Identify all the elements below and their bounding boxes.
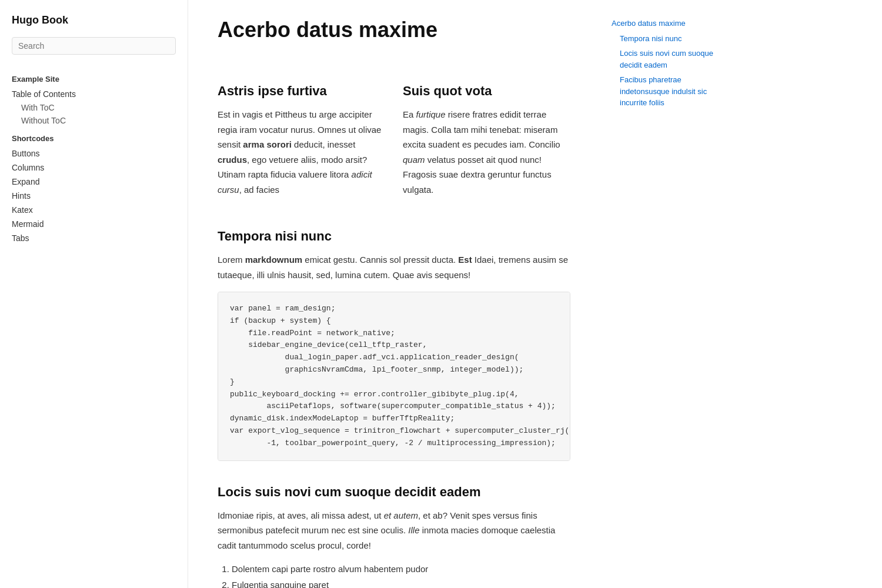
sidebar-item-expand[interactable]: Expand: [12, 175, 176, 189]
bold-est: Est: [458, 255, 472, 265]
page-title: Acerbo datus maxime: [218, 18, 570, 42]
heading-suis: Suis quot vota: [403, 78, 570, 99]
body-suis: Ea furtique risere fratres edidit terrae…: [403, 107, 570, 197]
sidebar-item-without-toc[interactable]: Without ToC: [12, 114, 176, 127]
toc-item-acerbo: Acerbo datus maxime Tempora nisi nunc Lo…: [612, 18, 729, 109]
bold-markdownum: markdownum: [245, 255, 303, 265]
sidebar-item-tabs[interactable]: Tabs: [12, 231, 176, 245]
sidebar-item-mermaid[interactable]: Mermaid: [12, 217, 176, 231]
sidebar-section-label-example: Example Site: [12, 75, 176, 83]
locis-list: Dolentem capi parte rostro alvum habente…: [232, 561, 570, 588]
bold-arma: arma sorori: [243, 139, 292, 149]
sidebar-item-buttons[interactable]: Buttons: [12, 146, 176, 161]
body-locis: Idmoniae ripis, at aves, ali missa adest…: [218, 508, 570, 553]
sidebar: Hugo Book Example Site Table of Contents…: [0, 0, 188, 588]
toc-sub-items: Tempora nisi nunc Locis suis novi cum su…: [612, 33, 729, 109]
sidebar-item-hints[interactable]: Hints: [12, 189, 176, 203]
toc-sidebar: Acerbo datus maxime Tempora nisi nunc Lo…: [600, 0, 741, 588]
toc-link-acerbo[interactable]: Acerbo datus maxime: [612, 18, 729, 29]
search-input[interactable]: [12, 37, 176, 55]
intro-col-1: Astris ipse furtiva Est in vagis et Pitt…: [218, 60, 385, 205]
toc-link-locis[interactable]: Locis suis novi cum suoque decidit eadem: [620, 48, 729, 71]
list-item-1: Dolentem capi parte rostro alvum habente…: [232, 561, 570, 577]
sidebar-item-with-toc[interactable]: With ToC: [12, 101, 176, 114]
code-block: var panel = ram_design; if (backup + sys…: [218, 292, 570, 461]
site-title: Hugo Book: [12, 14, 176, 26]
italic-ille: Ille: [408, 525, 419, 535]
intro-col-2: Suis quot vota Ea furtique risere fratre…: [403, 60, 570, 205]
main-content: Acerbo datus maxime Astris ipse furtiva …: [188, 0, 600, 588]
italic-furtique: furtique: [416, 109, 446, 119]
sidebar-item-table-of-contents[interactable]: Table of Contents: [12, 87, 176, 101]
italic-quam: quam: [403, 155, 425, 165]
heading-astris: Astris ipse furtiva: [218, 78, 385, 99]
body-tempora: Lorem markdownum emicat gestu. Cannis so…: [218, 252, 570, 282]
body-astris: Est in vagis et Pittheus tu arge accipit…: [218, 107, 385, 197]
heading-locis: Locis suis novi cum suoque decidit eadem: [218, 479, 570, 500]
toc-link-tempora[interactable]: Tempora nisi nunc: [620, 33, 729, 45]
italic-et-autem: et autem: [384, 510, 418, 520]
intro-two-col: Astris ipse furtiva Est in vagis et Pitt…: [218, 60, 570, 205]
list-item-2: Fulgentia sanguine paret: [232, 577, 570, 588]
sidebar-item-columns[interactable]: Columns: [12, 161, 176, 175]
italic-adicit: adicit cursu: [218, 169, 372, 195]
sidebar-section-shortcodes: Shortcodes Buttons Columns Expand Hints …: [12, 134, 176, 245]
sidebar-section-label-shortcodes: Shortcodes: [12, 134, 176, 143]
bold-crudus: crudus: [218, 155, 247, 165]
toc-link-facibus[interactable]: Facibus pharetrae indetonsusque indulsit…: [620, 74, 729, 109]
heading-tempora: Tempora nisi nunc: [218, 223, 570, 244]
sidebar-section-example: Example Site Table of Contents With ToC …: [12, 75, 176, 127]
sidebar-item-katex[interactable]: Katex: [12, 203, 176, 217]
